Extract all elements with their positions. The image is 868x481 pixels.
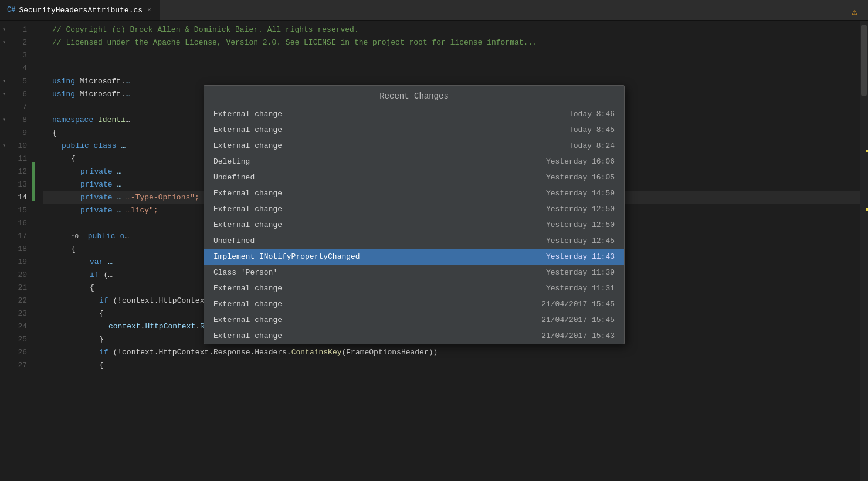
green-margin-indicator [32,162,35,201]
popup-item-4[interactable]: Undefined Yesterday 16:05 [204,170,624,185]
vertical-scrollbar[interactable] [860,21,868,481]
line-number-26: 26 [0,345,32,358]
popup-item-time-4: Yesterday 16:05 [521,173,615,182]
line-numbers-gutter: ▾1 ▾2 3 4 ▾5 ▾6 7 ▾8 9 ▾10 11 12 13 14 1… [0,21,32,481]
popup-item-0[interactable]: External change Today 8:46 [204,106,624,122]
file-icon: C# [7,6,15,14]
popup-item-label-13: External change [213,316,521,324]
code-line-26: if (!context.HttpContext.Response.Header… [43,345,860,358]
warning-icon: ⚠ [852,6,857,18]
popup-item-time-7: Yesterday 12:50 [521,221,615,229]
line-number-12: 12 [0,165,32,178]
line-number-9: 9 [0,126,32,139]
popup-item-time-6: Yesterday 12:50 [521,205,615,214]
popup-item-label-0: External change [213,110,521,118]
popup-item-1[interactable]: External change Today 8:45 [204,122,624,138]
popup-item-label-4: Undefined [213,173,521,182]
line-number-6: ▾6 [0,87,32,100]
popup-item-time-14: 21/04/2017 15:43 [521,331,615,340]
popup-item-time-11: Yesterday 11:31 [521,284,615,293]
popup-item-time-8: Yesterday 12:45 [521,236,615,245]
tab-bar: C# SecurityHeadersAttribute.cs × [0,0,868,21]
fold-icon-8[interactable]: ▾ [2,116,6,123]
popup-item-8[interactable]: Undefined Yesterday 12:45 [204,233,624,249]
popup-item-14[interactable]: External change 21/04/2017 15:43 [204,328,624,344]
line-number-20: 20 [0,268,32,281]
code-line-2: // Licensed under the Apache License, Ve… [43,36,860,49]
popup-item-time-10: Yesterday 11:39 [521,268,615,277]
tab-close-button[interactable]: × [146,5,152,15]
popup-item-time-0: Today 8:46 [521,110,615,118]
line-number-2: ▾2 [0,36,32,49]
line-number-16: 16 [0,216,32,229]
popup-item-label-2: External change [213,141,521,150]
popup-item-10[interactable]: Class 'Person' Yesterday 11:39 [204,265,624,280]
popup-item-label-11: External change [213,284,521,293]
line-number-17: 17 [0,229,32,242]
fold-icon-1[interactable]: ▾ [2,26,6,33]
popup-item-label-8: Undefined [213,236,521,245]
popup-item-time-5: Yesterday 14:59 [521,189,615,198]
line-number-27: 27 [0,358,32,371]
popup-item-13[interactable]: External change 21/04/2017 15:45 [204,312,624,328]
popup-item-time-13: 21/04/2017 15:45 [521,316,615,324]
popup-item-2[interactable]: External change Today 8:24 [204,138,624,154]
popup-item-label-5: External change [213,189,521,198]
popup-item-5[interactable]: External change Yesterday 14:59 [204,185,624,201]
fold-icon-2[interactable]: ▾ [2,39,6,46]
popup-item-label-14: External change [213,331,521,340]
line-number-19: 19 [0,255,32,268]
popup-item-label-9: Implement INotifyPropertyChanged [213,252,521,261]
line-number-25: 25 [0,333,32,345]
popup-item-time-12: 21/04/2017 15:45 [521,300,615,309]
popup-item-label-3: Deleting [213,157,521,166]
line-number-21: 21 [0,281,32,294]
popup-item-7[interactable]: External change Yesterday 12:50 [204,217,624,233]
code-line-1: // Copyright (c) Brock Allen & Dominick … [43,23,860,36]
line-number-4: 4 [0,62,32,74]
popup-item-9[interactable]: Implement INotifyPropertyChanged Yesterd… [204,249,624,265]
code-line-27: { [43,358,860,371]
popup-item-3[interactable]: Deleting Yesterday 16:06 [204,154,624,170]
popup-item-label-7: External change [213,221,521,229]
line-number-24: 24 [0,320,32,333]
popup-item-11[interactable]: External change Yesterday 11:31 [204,280,624,296]
popup-item-label-1: External change [213,126,521,134]
line-number-11: 11 [0,152,32,165]
scrollbar-thumb[interactable] [861,25,867,96]
popup-item-time-9: Yesterday 11:43 [521,252,615,261]
left-margin [32,21,43,481]
popup-item-label-6: External change [213,205,521,214]
popup-title: Recent Changes [204,86,624,106]
line-number-15: 15 [0,204,32,216]
fold-icon-5[interactable]: ▾ [2,77,6,84]
line-number-1: ▾1 [0,23,32,36]
popup-item-label-12: External change [213,300,521,309]
fold-icon-10[interactable]: ▾ [2,142,6,149]
line-number-14: 14 [0,191,32,204]
tab-label: SecurityHeadersAttribute.cs [19,6,143,15]
fold-icon-6[interactable]: ▾ [2,90,6,97]
line-number-13: 13 [0,178,32,191]
line-number-7: 7 [0,100,32,113]
line-number-5: ▾5 [0,74,32,87]
line-number-23: 23 [0,307,32,320]
code-line-3 [43,49,860,62]
popup-list: External change Today 8:46 External chan… [204,106,624,344]
line-number-18: 18 [0,242,32,255]
line-number-3: 3 [0,49,32,62]
code-line-4 [43,62,860,74]
line-number-8: ▾8 [0,113,32,126]
active-tab[interactable]: C# SecurityHeadersAttribute.cs × [0,0,160,20]
line-number-22: 22 [0,294,32,307]
recent-changes-popup: Recent Changes External change Today 8:4… [204,85,625,344]
popup-item-label-10: Class 'Person' [213,268,521,277]
popup-item-6[interactable]: External change Yesterday 12:50 [204,201,624,217]
popup-item-time-1: Today 8:45 [521,126,615,134]
line-number-10: ▾10 [0,139,32,152]
popup-item-time-2: Today 8:24 [521,141,615,150]
popup-item-12[interactable]: External change 21/04/2017 15:45 [204,296,624,312]
popup-item-time-3: Yesterday 16:06 [521,157,615,166]
